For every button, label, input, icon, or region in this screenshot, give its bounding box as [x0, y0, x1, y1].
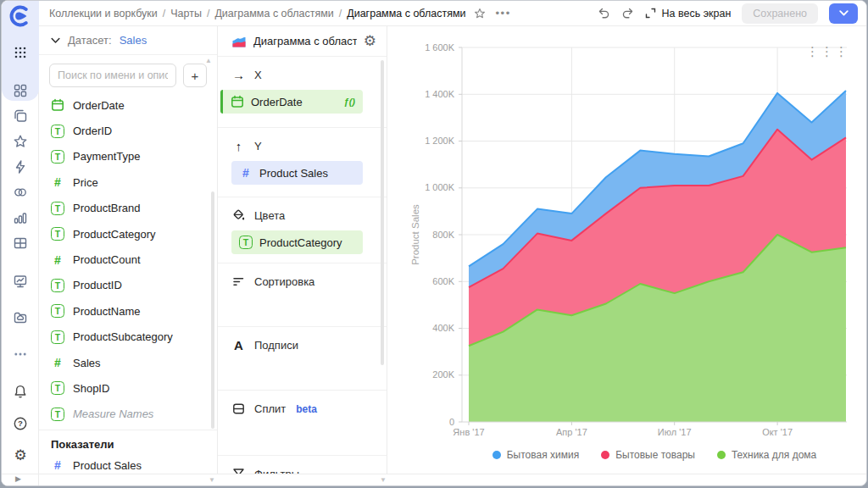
section-y[interactable]: ↑Y #Product Sales: [218, 128, 387, 197]
chip-product-sales[interactable]: #Product Sales: [231, 161, 363, 185]
field-product-sales[interactable]: #Product Sales: [39, 452, 217, 474]
field-paymenttype[interactable]: TPaymentType: [39, 144, 217, 169]
favorite-star-icon[interactable]: [474, 8, 486, 19]
chip-orderdate[interactable]: OrderDateƒ(): [220, 90, 363, 114]
breadcrumb-item[interactable]: Диаграмма с областями: [214, 8, 333, 19]
datalens-logo[interactable]: [8, 4, 32, 28]
chip-productcategory[interactable]: TProductCategory: [231, 230, 363, 254]
letter-a-icon: A: [231, 338, 246, 352]
calendar-icon: [231, 95, 244, 108]
svg-text:200K: 200K: [432, 369, 454, 380]
text-field-icon: T: [51, 408, 64, 421]
legend-dot: [717, 451, 726, 459]
connections-icon[interactable]: [13, 185, 28, 200]
field-productsubcategory[interactable]: TProductSubcategory: [39, 324, 217, 350]
scroll-down-icon[interactable]: ▼: [209, 477, 215, 484]
chart-settings-gear-icon[interactable]: ⚙: [364, 34, 376, 48]
section-label: Y: [254, 140, 262, 152]
objects-icon[interactable]: [13, 83, 28, 98]
collapse-rail-icon[interactable]: ▶: [15, 474, 21, 483]
settings-gear-icon[interactable]: ⚙: [13, 448, 28, 463]
legend-item--[interactable]: Техника для дома: [717, 449, 816, 461]
measures-list: #Product Sales: [39, 452, 217, 474]
calendar-icon: [51, 98, 64, 112]
svg-text:?: ?: [18, 419, 23, 428]
quick-actions-icon[interactable]: [13, 159, 28, 175]
add-field-button[interactable]: +: [183, 64, 207, 87]
chart-type-title[interactable]: Диаграмма с областя…: [253, 35, 357, 47]
breadcrumb: Коллекции и воркбуки/Чарты/Диаграмма с о…: [49, 8, 466, 19]
notifications-bell-icon[interactable]: [13, 384, 28, 399]
section-sort[interactable]: Сортировка: [218, 263, 387, 327]
chart-menu-button[interactable]: ⋮⋮⋮: [806, 45, 849, 58]
dataset-name-link[interactable]: Sales: [120, 34, 147, 47]
save-dropdown-button[interactable]: [829, 3, 858, 24]
saved-button[interactable]: Сохранено: [742, 3, 818, 24]
help-icon[interactable]: ?: [13, 416, 28, 431]
number-field-icon: #: [51, 253, 64, 267]
field-productbrand[interactable]: TProductBrand: [39, 196, 217, 221]
sort-icon: [231, 274, 246, 289]
more-actions-icon[interactable]: •••: [496, 7, 511, 19]
field-productcount[interactable]: #ProductCount: [39, 247, 217, 272]
dashboards-icon[interactable]: [13, 274, 28, 289]
svg-text:1 400K: 1 400K: [425, 89, 455, 99]
config-sections: →X OrderDateƒ() ↑Y #Product Sales Цвета …: [218, 57, 387, 474]
scroll-up-icon[interactable]: ▲: [205, 58, 212, 64]
scroll-down-icon[interactable]: ▼: [380, 477, 387, 484]
field-sales[interactable]: #Sales: [39, 350, 217, 375]
dataset-header[interactable]: Датасет: Sales: [39, 26, 217, 55]
redo-icon[interactable]: [621, 7, 634, 19]
apps-grid-icon[interactable]: [13, 45, 28, 60]
text-field-icon: T: [51, 202, 64, 215]
breadcrumb-item[interactable]: Коллекции и воркбуки: [49, 8, 158, 19]
text-field-icon: T: [239, 236, 253, 249]
field-measure-names[interactable]: TMeasure Names: [39, 402, 217, 427]
section-filters[interactable]: Фильтры: [218, 456, 387, 474]
collections-icon[interactable]: [13, 108, 28, 124]
area-chart-svg: 0200K400K600K800K1 000K1 200K1 400K1 600…: [387, 26, 867, 475]
section-labels[interactable]: AПодписи: [218, 327, 387, 391]
section-split[interactable]: Сплитbeta: [218, 391, 387, 456]
field-shopid[interactable]: TShopID: [39, 375, 217, 401]
funnel-icon: [231, 467, 246, 474]
left-rail: ? ⚙: [2, 1, 39, 485]
undo-icon[interactable]: [598, 7, 610, 19]
text-field-icon: T: [51, 330, 64, 344]
svg-text:800K: 800K: [432, 230, 454, 240]
chart-type-header: Диаграмма с областя… ⚙: [218, 26, 387, 57]
section-label: Подписи: [254, 339, 298, 352]
field-productcategory[interactable]: TProductCategory: [39, 221, 217, 247]
fullscreen-button[interactable]: На весь экран: [645, 8, 732, 19]
legend-dot: [601, 451, 609, 459]
more-icon[interactable]: [13, 347, 28, 362]
legend-item--[interactable]: Бытовая химия: [492, 449, 579, 461]
field-orderid[interactable]: TOrderID: [39, 118, 217, 143]
field-productid[interactable]: TProductID: [39, 273, 217, 298]
field-orderdate[interactable]: OrderDate: [39, 92, 217, 118]
datasets-icon[interactable]: [13, 236, 28, 251]
measures-header: Показатели: [39, 430, 217, 452]
section-colors[interactable]: Цвета TProductCategory: [218, 197, 387, 263]
legend-item--[interactable]: Бытовые товары: [601, 449, 695, 461]
expand-icon: [645, 8, 656, 19]
field-productname[interactable]: TProductName: [39, 298, 217, 324]
split-icon: [231, 402, 246, 416]
storage-icon[interactable]: [13, 310, 28, 325]
breadcrumb-item[interactable]: Чарты: [170, 8, 202, 19]
breadcrumb-item[interactable]: Диаграмма с областями: [347, 8, 465, 19]
section-x[interactable]: →X OrderDateƒ(): [218, 57, 387, 128]
scrollbar[interactable]: [381, 60, 384, 365]
favorites-star-icon[interactable]: [13, 134, 28, 149]
section-label: X: [254, 69, 262, 81]
number-field-icon: #: [239, 166, 253, 180]
chart-config-panel: Диаграмма с областя… ⚙ →X OrderDateƒ() ↑…: [218, 26, 387, 474]
search-input[interactable]: [49, 64, 176, 87]
charts-icon[interactable]: [13, 210, 28, 225]
scrollbar[interactable]: [211, 191, 214, 429]
field-price[interactable]: #Price: [39, 169, 217, 195]
svg-text:Product Sales: Product Sales: [410, 204, 420, 265]
text-field-icon: T: [51, 304, 64, 318]
text-field-icon: T: [51, 381, 64, 395]
dimensions-list: OrderDate TOrderID TPaymentType #Price T…: [39, 92, 217, 427]
